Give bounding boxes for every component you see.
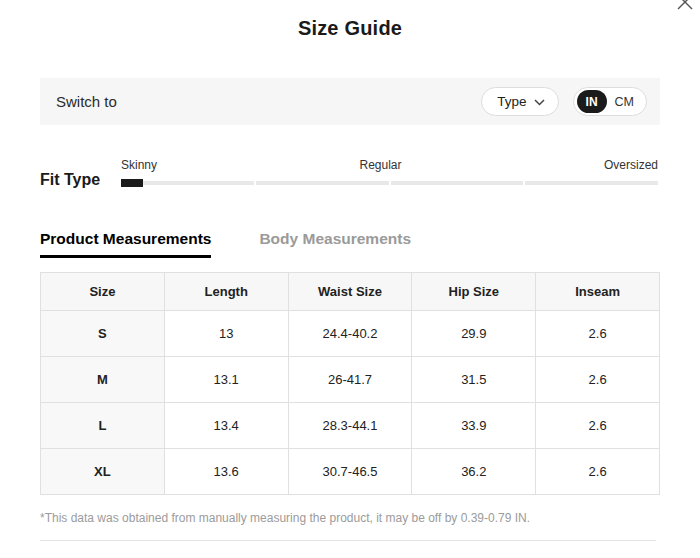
cell-size: S [41,311,165,357]
cell-size: XL [41,449,165,495]
fit-slider-track[interactable] [121,181,658,185]
tab-product-measurements[interactable]: Product Measurements [40,230,211,258]
fit-type-section: Fit Type Skinny Regular Oversized [40,158,660,198]
col-header-size: Size [41,273,165,311]
table-row: XL 13.6 30.7-46.5 36.2 2.6 [41,449,660,495]
switch-to-label: Switch to [56,93,117,110]
switch-bar: Switch to Type IN CM [40,78,660,125]
bottom-divider [40,540,656,541]
unit-toggle: IN CM [573,87,647,116]
type-dropdown[interactable]: Type [481,87,558,116]
cell-length: 13.6 [164,449,288,495]
col-header-hip: Hip Size [412,273,536,311]
unit-toggle-in[interactable]: IN [577,90,607,113]
cell-waist: 30.7-46.5 [288,449,412,495]
cell-waist: 28.3-44.1 [288,403,412,449]
cell-size: L [41,403,165,449]
table-row: M 13.1 26-41.7 31.5 2.6 [41,357,660,403]
cell-hip: 36.2 [412,449,536,495]
fit-track-segment [525,181,658,185]
cell-hip: 29.9 [412,311,536,357]
fit-track-segment [256,181,389,185]
tab-body-measurements[interactable]: Body Measurements [259,230,411,258]
page-title: Size Guide [0,0,700,40]
fit-type-options: Skinny Regular Oversized [121,158,658,172]
cell-length: 13 [164,311,288,357]
cell-waist: 24.4-40.2 [288,311,412,357]
measurement-tabs: Product Measurements Body Measurements [40,230,411,258]
unit-toggle-cm[interactable]: CM [607,95,643,109]
cell-waist: 26-41.7 [288,357,412,403]
cell-inseam: 2.6 [536,449,660,495]
cell-inseam: 2.6 [536,357,660,403]
col-header-length: Length [164,273,288,311]
cell-length: 13.1 [164,357,288,403]
fit-option-skinny[interactable]: Skinny [121,158,157,172]
cell-hip: 31.5 [412,357,536,403]
size-table: Size Length Waist Size Hip Size Inseam S… [40,272,660,495]
col-header-waist: Waist Size [288,273,412,311]
cell-inseam: 2.6 [536,311,660,357]
table-row: L 13.4 28.3-44.1 33.9 2.6 [41,403,660,449]
col-header-inseam: Inseam [536,273,660,311]
fit-option-oversized[interactable]: Oversized [604,158,658,172]
cell-length: 13.4 [164,403,288,449]
cell-inseam: 2.6 [536,403,660,449]
measurement-disclaimer: *This data was obtained from manually me… [40,511,530,525]
cell-size: M [41,357,165,403]
chevron-down-icon [534,94,545,109]
fit-type-label: Fit Type [40,171,100,189]
table-header-row: Size Length Waist Size Hip Size Inseam [41,273,660,311]
fit-type-slider: Skinny Regular Oversized [121,158,658,185]
cell-hip: 33.9 [412,403,536,449]
type-dropdown-label: Type [497,94,526,109]
table-row: S 13 24.4-40.2 29.9 2.6 [41,311,660,357]
fit-option-regular[interactable]: Regular [359,158,401,172]
fit-track-segment [391,181,524,185]
close-icon[interactable] [674,0,696,13]
switch-controls: Type IN CM [481,87,647,116]
fit-slider-thumb[interactable] [121,179,143,187]
